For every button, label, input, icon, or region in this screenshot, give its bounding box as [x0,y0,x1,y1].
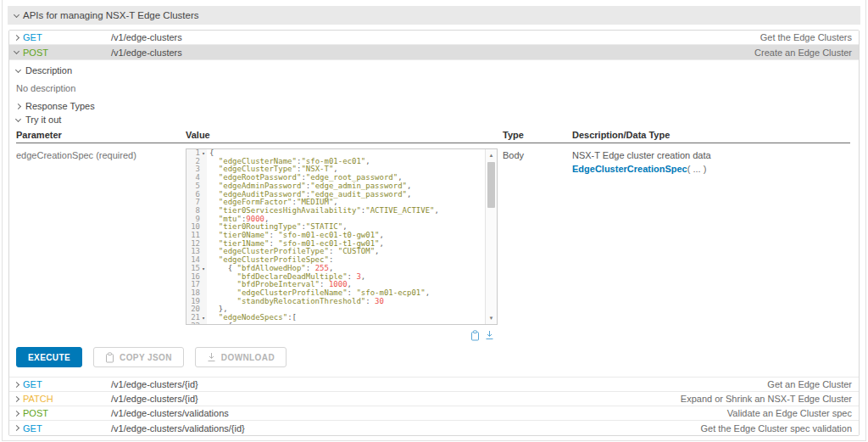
json-editor-content[interactable]: 1▾{2 "edgeClusterName":"sfo-m01-ec01",3 … [186,149,485,324]
operation-row-patch-edge-cluster[interactable]: PATCH /v1/edge-clusters/{id} Expand or S… [9,392,859,406]
response-types-label: Response Types [25,101,95,111]
api-group-header[interactable]: APIs for managing NSX-T Edge Clusters [8,6,860,25]
column-header-parameter: Parameter [16,130,62,140]
copy-json-label: COPY JSON [120,353,172,362]
method-label: GET [23,423,111,434]
scroll-up-icon[interactable]: ▲ [486,150,497,160]
chevron-down-icon [14,11,19,17]
response-types-toggle[interactable]: Response Types [16,101,95,111]
operation-row-post-validations[interactable]: POST /v1/edge-clusters/validations Valid… [9,406,859,421]
method-label: POST [23,48,111,58]
operation-path: /v1/edge-clusters/validations [111,408,727,418]
json-editor[interactable]: 1▾{2 "edgeClusterName":"sfo-m01-ec01",3 … [186,148,498,325]
data-type-link[interactable]: EdgeClusterCreationSpec [572,164,687,174]
editor-actions [470,330,494,341]
description-toggle[interactable]: Description [16,65,72,76]
parameter-type: Body [503,150,524,160]
try-it-out-toggle[interactable]: Try it out [16,115,61,125]
parameter-name: edgeCreationSpec (required) [16,150,136,160]
api-group-title: APIs for managing NSX-T Edge Clusters [23,10,199,20]
description-label: Description [25,65,72,76]
chevron-right-icon [9,36,23,40]
data-type-suffix: ( ... ) [687,164,707,174]
method-label: PATCH [23,394,111,404]
operation-summary: Create an Edge Cluster [754,48,859,58]
column-header-description: Description/Data Type [572,130,670,140]
operation-path: /v1/edge-clusters/validations/{id} [111,423,700,434]
operation-path: /v1/edge-clusters/{id} [111,379,767,389]
download-icon[interactable] [485,330,494,341]
download-button[interactable]: DOWNLOAD [195,347,287,367]
operation-summary: Get an Edge Cluster [767,379,859,389]
api-explorer-panel: APIs for managing NSX-T Edge Clusters GE… [2,0,866,441]
operations-list: GET /v1/edge-clusters Get the Edge Clust… [8,30,860,436]
operation-detail-panel: Description No description Response Type… [9,60,859,378]
execute-button[interactable]: EXECUTE [16,347,82,367]
operation-row-get-edge-clusters[interactable]: GET /v1/edge-clusters Get the Edge Clust… [9,31,859,45]
parameter-data-type: EdgeClusterCreationSpec( ... ) [572,164,706,174]
parameters-table-header: Parameter Value Type Description/Data Ty… [16,130,850,143]
operation-summary: Validate an Edge Cluster spec [727,408,859,418]
chevron-right-icon [9,383,23,387]
operation-path: /v1/edge-clusters [111,32,760,42]
chevron-right-icon [9,411,23,416]
copy-icon[interactable] [470,330,480,341]
chevron-right-icon [9,397,23,401]
download-label: DOWNLOAD [221,353,275,362]
operation-summary: Get the Edge Cluster spec validation [700,423,859,434]
chevron-down-icon [9,51,23,53]
chevron-down-icon [15,115,21,121]
chevron-right-icon [9,426,23,430]
operation-summary: Expand or Shrink an NSX-T Edge Cluster [681,394,859,404]
action-buttons: EXECUTE COPY JSON DOWNLOAD [16,347,287,367]
scrollbar-thumb[interactable] [487,162,495,208]
scroll-down-icon[interactable]: ▼ [486,313,497,323]
method-label: POST [23,408,111,418]
parameter-description: NSX-T Edge cluster creation data [572,150,711,160]
chevron-right-icon [15,103,21,109]
method-label: GET [23,379,111,389]
chevron-down-icon [15,66,21,72]
operation-summary: Get the Edge Clusters [760,32,859,42]
operation-row-get-validation-by-id[interactable]: GET /v1/edge-clusters/validations/{id} G… [9,421,859,435]
operation-row-get-edge-cluster-by-id[interactable]: GET /v1/edge-clusters/{id} Get an Edge C… [9,378,859,392]
copy-json-button[interactable]: COPY JSON [93,347,184,367]
try-it-out-label: Try it out [25,115,61,125]
operation-path: /v1/edge-clusters [111,48,754,58]
editor-scrollbar[interactable]: ▲ ▼ [485,149,497,324]
column-header-value: Value [186,130,210,140]
column-header-type: Type [503,130,524,140]
description-text: No description [16,83,75,93]
operation-path: /v1/edge-clusters/{id} [111,394,681,404]
method-label: GET [23,32,111,42]
operation-row-post-edge-clusters[interactable]: POST /v1/edge-clusters Create an Edge Cl… [9,45,859,60]
